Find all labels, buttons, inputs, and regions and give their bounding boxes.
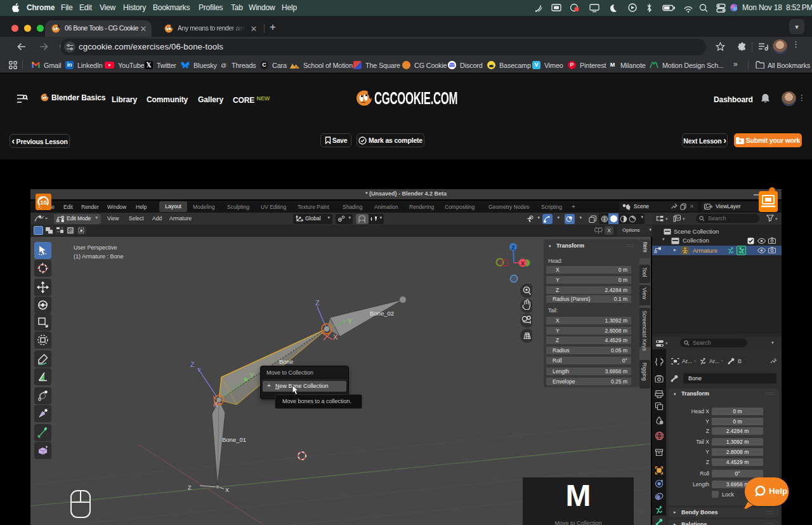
svg-text:Y: Y — [348, 317, 353, 325]
svg-text:Z: Z — [315, 299, 320, 307]
svg-text:X: X — [521, 260, 525, 267]
svg-text:X: X — [225, 487, 229, 493]
svg-text:Bone_01: Bone_01 — [222, 436, 246, 443]
svg-text:Bone: Bone — [279, 358, 293, 365]
svg-text:X: X — [333, 333, 338, 341]
svg-text:Z: Z — [511, 244, 515, 251]
svg-text:X: X — [214, 401, 218, 408]
svg-text:Z: Z — [188, 484, 192, 491]
svg-text:Bone_02: Bone_02 — [370, 310, 394, 317]
svg-text:Y: Y — [249, 371, 254, 379]
svg-text:10: 10 — [40, 199, 47, 206]
svg-text:Z: Z — [190, 361, 195, 368]
